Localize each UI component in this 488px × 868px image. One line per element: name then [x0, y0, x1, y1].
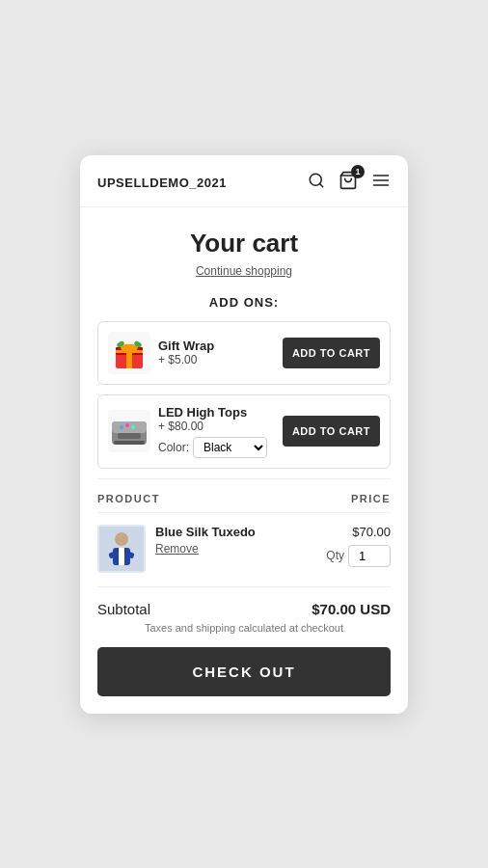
- svg-rect-9: [116, 350, 143, 353]
- header-icons: 1: [308, 171, 391, 195]
- svg-point-12: [126, 344, 132, 350]
- cart-badge: 1: [351, 165, 365, 178]
- led-hightops-add-to-cart-button[interactable]: ADD TO CART: [283, 416, 380, 447]
- product-image: [97, 525, 146, 573]
- continue-shopping-link[interactable]: Continue shopping: [97, 264, 391, 278]
- addon-led-hightops-price: + $80.00: [158, 420, 275, 433]
- svg-rect-16: [112, 421, 147, 433]
- svg-rect-21: [114, 441, 145, 445]
- cart-icon[interactable]: 1: [339, 171, 358, 195]
- checkout-button[interactable]: CHECK OUT: [97, 647, 391, 696]
- svg-point-19: [125, 423, 129, 427]
- subtotal-label: Subtotal: [97, 601, 150, 617]
- svg-line-1: [319, 183, 322, 186]
- qty-row: Qty: [326, 545, 391, 567]
- page-title: Your cart: [97, 229, 391, 258]
- product-remove-link[interactable]: Remove: [155, 542, 316, 556]
- svg-rect-25: [119, 548, 124, 565]
- svg-rect-17: [118, 433, 141, 439]
- addon-color-label: Color:: [158, 441, 189, 454]
- qty-input[interactable]: [348, 545, 391, 567]
- svg-point-20: [131, 425, 135, 429]
- svg-point-18: [120, 425, 123, 429]
- product-price-qty: $70.00 Qty: [326, 525, 391, 567]
- product-price: $70.00: [352, 525, 391, 539]
- product-name: Blue Silk Tuxedo: [155, 525, 316, 539]
- addon-gift-wrap-info: Gift Wrap + $5.00: [158, 339, 275, 366]
- addon-color-select[interactable]: Black White Red Blue: [193, 437, 267, 458]
- subtotal-section: Subtotal $70.00 USD Taxes and shipping c…: [97, 586, 391, 696]
- addon-led-hightops: LED High Tops + $80.00 Color: Black Whit…: [97, 394, 391, 469]
- col-price-label: PRICE: [351, 493, 391, 504]
- table-row: Blue Silk Tuxedo Remove $70.00 Qty: [97, 512, 391, 583]
- gift-wrap-image: [108, 332, 150, 374]
- addon-gift-wrap-price: + $5.00: [158, 353, 275, 366]
- search-icon[interactable]: [308, 172, 325, 194]
- header: UPSELLDEMO_2021 1: [80, 155, 408, 207]
- addon-led-hightops-name: LED High Tops: [158, 405, 275, 420]
- qty-label: Qty: [326, 549, 344, 562]
- product-table-header: PRODUCT PRICE: [97, 478, 391, 512]
- subtotal-row: Subtotal $70.00 USD: [97, 601, 391, 617]
- addon-led-hightops-info: LED High Tops + $80.00 Color: Black Whit…: [158, 405, 275, 458]
- gift-wrap-add-to-cart-button[interactable]: ADD TO CART: [283, 338, 380, 368]
- menu-icon[interactable]: [371, 171, 391, 195]
- addon-color-row: Color: Black White Red Blue: [158, 437, 275, 458]
- store-logo: UPSELLDEMO_2021: [97, 176, 227, 190]
- product-details: Blue Silk Tuxedo Remove: [155, 525, 316, 556]
- addon-gift-wrap: Gift Wrap + $5.00 ADD TO CART: [97, 321, 391, 385]
- subtotal-value: $70.00 USD: [312, 601, 391, 617]
- tax-note: Taxes and shipping calculated at checkou…: [97, 622, 391, 634]
- col-product-label: PRODUCT: [97, 493, 160, 504]
- led-hightops-image: [108, 410, 150, 452]
- main-content: Your cart Continue shopping ADD ONS:: [80, 207, 408, 714]
- addons-label: ADD ONS:: [97, 295, 391, 310]
- svg-point-23: [115, 532, 128, 546]
- phone-card: UPSELLDEMO_2021 1 Your cart Continue sho…: [80, 155, 408, 714]
- addon-gift-wrap-name: Gift Wrap: [158, 339, 275, 353]
